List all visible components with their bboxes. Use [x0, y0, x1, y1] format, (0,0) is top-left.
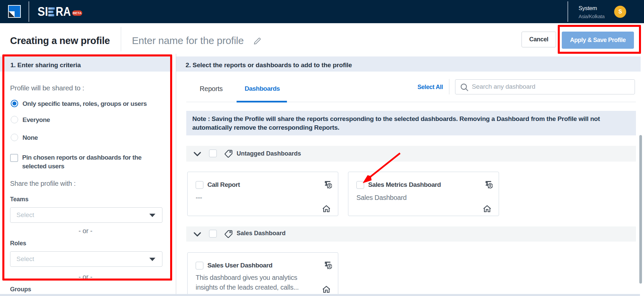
svg-text:RA: RA [56, 7, 71, 17]
svg-text:SI: SI [38, 7, 48, 17]
